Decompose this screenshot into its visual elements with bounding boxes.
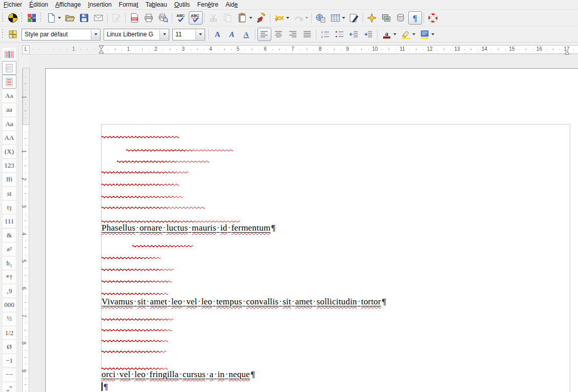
- print-button[interactable]: [142, 11, 156, 25]
- vruler-tick: [25, 268, 26, 269]
- table-button[interactable]: [328, 11, 347, 25]
- clone-formatting-button[interactable]: [254, 11, 268, 25]
- color-squares-button[interactable]: [25, 11, 39, 25]
- uppercase-button[interactable]: AA: [2, 131, 16, 145]
- vertical-ruler[interactable]: 1234567891: [22, 55, 30, 392]
- increase-indent-button[interactable]: [362, 28, 375, 41]
- undo-icon: [274, 13, 285, 23]
- decrease-indent-button[interactable]: [347, 28, 361, 41]
- toolbar-separator: [204, 13, 205, 23]
- italic-button[interactable]: A: [225, 28, 239, 41]
- navigator-button[interactable]: [365, 11, 379, 25]
- zeros-button[interactable]: 000: [2, 298, 16, 312]
- default-tab-stop-mark: [475, 52, 479, 54]
- word: neque: [229, 369, 250, 379]
- align-right-button[interactable]: [286, 28, 300, 41]
- menu-outils[interactable]: Outils: [171, 1, 194, 9]
- tab-type-selector[interactable]: L: [22, 45, 30, 54]
- hruler-tick: [341, 49, 341, 50]
- quotes-button[interactable]: „”: [2, 382, 16, 392]
- lining-figures-button[interactable]: 123: [2, 159, 16, 173]
- align-left-button[interactable]: [257, 28, 271, 41]
- right-indent-marker[interactable]: [564, 49, 570, 54]
- spelling-button[interactable]: ABC: [174, 11, 188, 25]
- footnote-symbols-button[interactable]: *†: [2, 270, 16, 284]
- compare-pages-button[interactable]: [2, 47, 16, 61]
- vruler-tick: [25, 90, 26, 91]
- edit-file-button: [110, 11, 124, 25]
- horizontal-ruler[interactable]: 12345678910111213141516171: [30, 45, 578, 55]
- paste-button[interactable]: [235, 11, 254, 25]
- font-color-button[interactable]: a: [380, 28, 398, 41]
- menu-tableau[interactable]: Tableau: [142, 1, 171, 9]
- paragraph-style-combobox[interactable]: Style par défaut: [22, 29, 101, 40]
- font-size-dropdown-button[interactable]: [195, 30, 205, 39]
- styles-panel-button[interactable]: [6, 28, 20, 41]
- font-size-combobox[interactable]: 11: [172, 29, 205, 40]
- toolbar-grip[interactable]: [2, 13, 4, 23]
- toolbar-grip[interactable]: [2, 29, 4, 39]
- paragraph-style-dropdown-button[interactable]: [91, 30, 100, 39]
- export-pdf-button[interactable]: PDF: [128, 11, 142, 25]
- formatting-marks-button[interactable]: ¶: [408, 11, 422, 25]
- menu-format[interactable]: Format: [115, 1, 142, 9]
- align-justify-button[interactable]: [301, 28, 314, 41]
- highlight-button[interactable]: [398, 28, 417, 41]
- hruler-tick: [231, 49, 232, 50]
- word: id: [220, 223, 227, 233]
- superscript-button[interactable]: a²: [2, 242, 16, 256]
- hruler-margin-number: 1: [72, 46, 75, 52]
- parentheses-button[interactable]: (X): [2, 145, 16, 158]
- lowercase-button[interactable]: aa: [2, 103, 16, 117]
- font-color-icon: a: [382, 29, 392, 39]
- align-center-button[interactable]: [272, 28, 286, 41]
- font-name-dropdown-button[interactable]: [160, 30, 169, 39]
- small-caps-button[interactable]: Aᴀ: [2, 89, 16, 103]
- toolbar-separator: [377, 29, 377, 39]
- title-case-button[interactable]: Aa: [2, 117, 16, 131]
- dashes-button[interactable]: −−: [2, 368, 16, 382]
- hyperlink-button[interactable]: [314, 11, 328, 25]
- email-button[interactable]: [92, 11, 106, 25]
- para-background-button[interactable]: [417, 28, 436, 41]
- open-button[interactable]: [63, 11, 77, 25]
- menu-affichage[interactable]: Affichage: [52, 1, 85, 9]
- menu-insertion[interactable]: Insertion: [85, 1, 115, 9]
- lo-logo-button[interactable]: [6, 11, 20, 25]
- menu-edition[interactable]: Édition: [26, 1, 52, 9]
- fraction-button[interactable]: ½: [2, 312, 16, 326]
- slashed-zero-button[interactable]: Ø: [2, 340, 16, 354]
- menu-aide[interactable]: Aide: [222, 1, 242, 9]
- data-sources-button[interactable]: [394, 11, 408, 25]
- menu-fichier[interactable]: Fichier: [0, 1, 26, 9]
- new-document-button[interactable]: [44, 11, 63, 25]
- stacked-fraction-button[interactable]: 1/2: [2, 326, 16, 340]
- print-preview-button[interactable]: [156, 11, 170, 25]
- oldstyle-figures-button[interactable]: ‚9: [2, 284, 16, 298]
- minus-number-button[interactable]: −1: [2, 354, 16, 367]
- ligature-ffi-button[interactable]: ffi: [2, 173, 16, 187]
- help-button[interactable]: [426, 11, 440, 25]
- page-solid-lines-button[interactable]: [2, 75, 16, 89]
- font-name-combobox[interactable]: Linux Libertine G: [104, 29, 169, 40]
- tabular-figures-button[interactable]: 111: [2, 214, 16, 228]
- menu-fenetre[interactable]: Fenêtre: [193, 1, 222, 9]
- ligature-st-button[interactable]: st: [2, 187, 16, 200]
- page-dotted-lines-button[interactable]: [2, 61, 16, 75]
- auto-spellcheck-button[interactable]: ABC: [189, 11, 203, 25]
- underline-button[interactable]: A: [240, 28, 253, 41]
- historic-ligature-button[interactable]: tȝ: [2, 200, 16, 214]
- toolbar-grip[interactable]: [21, 13, 23, 23]
- draw-functions-button[interactable]: [347, 11, 361, 25]
- ordered-list-button[interactable]: 12: [318, 28, 332, 41]
- left-indent-marker[interactable]: [98, 45, 104, 54]
- chevron-down-icon: [58, 17, 61, 19]
- subscript-button[interactable]: b₂: [2, 256, 16, 270]
- undo-button[interactable]: [272, 11, 291, 25]
- save-button[interactable]: [77, 11, 91, 25]
- ampersand-button[interactable]: &: [2, 229, 16, 242]
- gallery-button[interactable]: [380, 11, 393, 25]
- toolbar-grip[interactable]: [39, 13, 42, 23]
- bold-button[interactable]: A: [211, 28, 225, 41]
- unordered-list-button[interactable]: [333, 28, 347, 41]
